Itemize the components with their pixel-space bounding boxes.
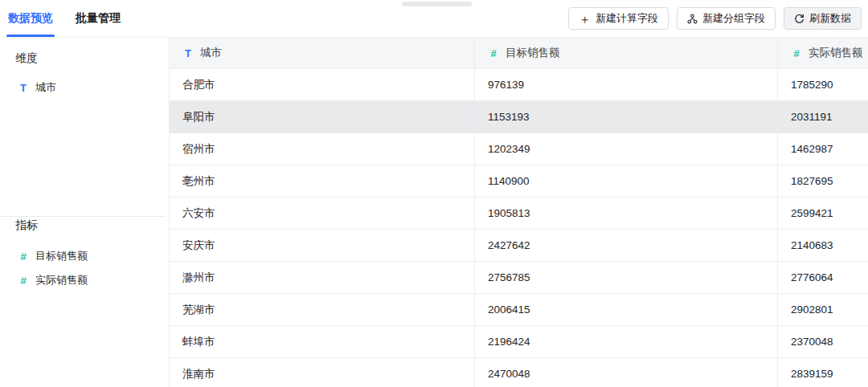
toolbar: ＋ 新建计算字段 新建分组字段 刷新数据 (568, 7, 868, 30)
text-field-icon: T (182, 47, 194, 59)
table-header-row: T 城市 # 目标销售额 # 实际销售额 (170, 38, 868, 69)
main-content: 维度 T 城市 指标 # 目标销售额 # 实际销售额 T 城市 # 目标 (0, 38, 868, 387)
cell-city: 安庆市 (170, 230, 475, 261)
column-header-actual-sales[interactable]: # 实际销售额 (778, 38, 868, 68)
table-row[interactable]: 宿州市 1202349 1462987 (170, 133, 868, 165)
cell-actual: 1785290 (778, 69, 868, 100)
plus-icon: ＋ (579, 13, 591, 25)
cell-actual: 2839159 (778, 358, 868, 387)
drag-handle[interactable] (402, 2, 472, 6)
cell-city: 阜阳市 (170, 101, 475, 132)
cell-actual: 2599421 (778, 198, 868, 229)
column-header-label: 目标销售额 (506, 46, 560, 60)
table-row[interactable]: 芜湖市 2006415 2902801 (170, 294, 868, 326)
cell-actual: 2776064 (778, 262, 868, 293)
cell-city: 芜湖市 (170, 294, 475, 325)
sidebar-item-label: 城市 (35, 80, 56, 95)
group-icon (687, 14, 698, 24)
column-header-city[interactable]: T 城市 (170, 38, 475, 68)
measures-section-title: 指标 (15, 218, 38, 233)
cell-target: 2196424 (475, 326, 778, 357)
sidebar-item-label: 目标销售额 (35, 249, 88, 263)
cell-target: 976139 (475, 69, 778, 100)
table-row[interactable]: 六安市 1905813 2599421 (170, 198, 868, 230)
cell-city: 合肥市 (170, 69, 475, 100)
cell-city: 蚌埠市 (170, 326, 475, 357)
cell-target: 2427642 (475, 230, 778, 261)
sidebar-divider (0, 216, 165, 217)
tab-bar: 数据预览 批量管理 (0, 0, 141, 37)
measures-section-header[interactable]: 指标 (0, 218, 169, 234)
column-header-label: 城市 (200, 46, 222, 60)
cell-actual: 2140683 (778, 230, 868, 261)
table-row[interactable]: 蚌埠市 2196424 2370048 (170, 326, 868, 358)
table-row[interactable]: 安庆市 2427642 2140683 (170, 230, 868, 262)
new-calc-field-label: 新建计算字段 (596, 11, 658, 26)
sidebar-item-target-sales[interactable]: # 目标销售额 (0, 248, 169, 264)
cell-target: 1905813 (475, 198, 778, 229)
cell-target: 2470048 (475, 358, 778, 387)
sidebar-item-actual-sales[interactable]: # 实际销售额 (0, 272, 169, 288)
number-field-icon: # (791, 47, 802, 59)
number-field-icon: # (18, 275, 29, 287)
dimensions-section-header[interactable]: 维度 (0, 51, 169, 67)
table-row[interactable]: 合肥市 976139 1785290 (170, 69, 868, 101)
cell-city: 宿州市 (170, 133, 475, 165)
top-bar: 数据预览 批量管理 ＋ 新建计算字段 新建分组字段 (0, 0, 868, 38)
cell-actual: 1462987 (778, 133, 868, 165)
table-row[interactable]: 淮南市 2470048 2839159 (170, 358, 868, 387)
sidebar-item-label: 实际销售额 (35, 273, 88, 287)
refresh-icon (794, 14, 805, 24)
cell-target: 1153193 (475, 101, 778, 132)
new-group-field-label: 新建分组字段 (702, 11, 765, 26)
tab-data-preview[interactable]: 数据预览 (6, 0, 55, 37)
data-preview-table: T 城市 # 目标销售额 # 实际销售额 合肥市 976139 1785290 … (169, 38, 868, 387)
cell-actual: 2031191 (778, 101, 868, 132)
cell-target: 1202349 (475, 133, 778, 165)
cell-actual: 1827695 (778, 165, 868, 197)
cell-actual: 2370048 (778, 326, 868, 357)
cell-actual: 2902801 (778, 294, 868, 325)
number-field-icon: # (18, 251, 29, 263)
text-field-icon: T (18, 82, 29, 94)
cell-target: 2006415 (475, 294, 778, 325)
number-field-icon: # (488, 47, 499, 59)
column-header-target-sales[interactable]: # 目标销售额 (475, 38, 778, 68)
dimensions-section-title: 维度 (15, 51, 38, 66)
table-row[interactable]: 亳州市 1140900 1827695 (170, 165, 868, 198)
tab-batch-manage[interactable]: 批量管理 (74, 0, 122, 37)
cell-target: 1140900 (475, 165, 778, 197)
cell-target: 2756785 (475, 262, 778, 293)
new-group-field-button[interactable]: 新建分组字段 (677, 7, 776, 30)
refresh-data-button[interactable]: 刷新数据 (784, 7, 862, 30)
new-calc-field-button[interactable]: ＋ 新建计算字段 (568, 7, 669, 30)
cell-city: 六安市 (170, 198, 475, 229)
field-sidebar: 维度 T 城市 指标 # 目标销售额 # 实际销售额 (0, 38, 169, 387)
refresh-data-label: 刷新数据 (809, 11, 851, 26)
table-row[interactable]: 滁州市 2756785 2776064 (170, 262, 868, 294)
sidebar-item-city[interactable]: T 城市 (0, 79, 169, 96)
cell-city: 淮南市 (170, 358, 475, 387)
column-header-label: 实际销售额 (809, 46, 863, 60)
cell-city: 滁州市 (170, 262, 475, 293)
cell-city: 亳州市 (170, 165, 475, 197)
table-row[interactable]: 阜阳市 1153193 2031191 (170, 101, 868, 133)
